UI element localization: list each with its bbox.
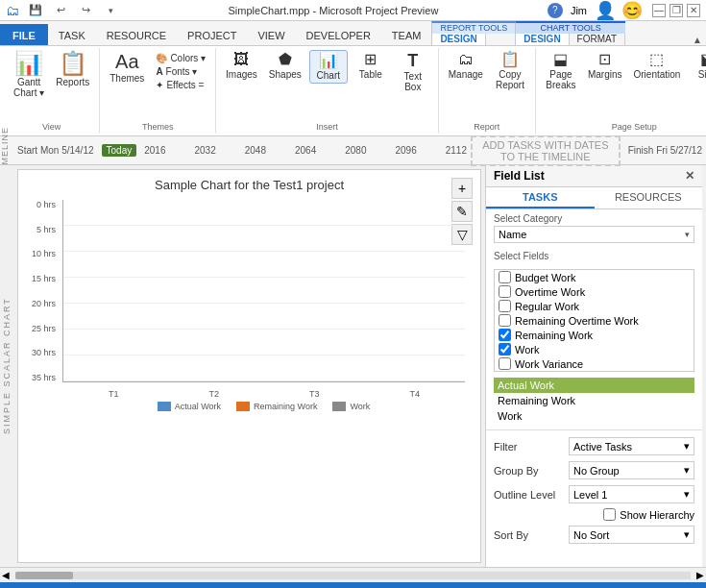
tab-task[interactable]: TASK <box>48 24 96 45</box>
field-work-variance[interactable]: Work Variance <box>495 356 694 371</box>
legend-remaining-work: Remaining Work <box>236 402 317 411</box>
report-buttons: 🗂 Manage 📋 CopyReport <box>445 50 529 120</box>
filter-value: Active Tasks <box>573 441 632 453</box>
category-dropdown-arrow: ▾ <box>685 230 690 239</box>
size-btn[interactable]: ⬕ Size <box>688 50 706 82</box>
save-quick-btn[interactable]: 💾 <box>27 2 44 19</box>
tab-report-design[interactable]: DESIGN <box>432 34 485 45</box>
tab-chart-design[interactable]: DESIGN <box>516 34 569 45</box>
themes-btn[interactable]: Aa Themes <box>106 50 148 86</box>
orientation-btn[interactable]: ⬚ Orientation <box>630 50 685 82</box>
field-remaining-overtime-work[interactable]: Remaining Overtime Work <box>495 313 694 328</box>
ribbon-group-themes: Aa Themes 🎨 Colors ▾ A Fonts ▾ ✦ Effects… <box>100 48 216 134</box>
table-btn[interactable]: ⊞ Table <box>352 50 390 82</box>
field-label-work: Work <box>515 344 539 355</box>
restore-btn[interactable]: ❐ <box>669 4 683 17</box>
selected-fields-list: Actual Work Remaining Work Work <box>494 378 694 424</box>
checkbox-work[interactable] <box>499 343 511 355</box>
panel-close-btn[interactable]: ✕ <box>685 169 694 183</box>
page-breaks-btn[interactable]: ⬓ PageBreaks <box>542 50 580 92</box>
category-dropdown[interactable]: Name ▾ <box>494 226 694 243</box>
add-chart-element-btn[interactable]: + <box>451 178 473 199</box>
normal-tabs-area: FILE TASK RESOURCE PROJECT VIEW DEVELOPE… <box>0 21 431 45</box>
customize-btn[interactable]: ▾ <box>102 2 119 19</box>
tab-team[interactable]: TEAM <box>381 24 432 45</box>
text-box-btn[interactable]: T TextBox <box>394 50 432 94</box>
reports-btn[interactable]: 📋 Reports <box>52 50 93 89</box>
chart-area[interactable]: Sample Chart for the Test1 project + ✎ ▽… <box>17 169 481 563</box>
outline-level-label: Outline Level <box>494 489 563 501</box>
chart-title: Sample Chart for the Test1 project <box>26 178 473 192</box>
colors-btn[interactable]: 🎨 Colors ▾ <box>152 52 209 64</box>
selected-field-actual-work[interactable]: Actual Work <box>494 378 694 393</box>
expand-ribbon-btn[interactable]: ▲ <box>693 35 702 45</box>
images-icon: 🖼 <box>233 52 249 67</box>
margins-btn[interactable]: ⊡ Margins <box>584 50 626 82</box>
tab-chart-format[interactable]: FORMAT <box>570 34 625 45</box>
copy-report-btn[interactable]: 📋 CopyReport <box>491 50 529 92</box>
scroll-thumb[interactable] <box>15 572 73 579</box>
gantt-chart-btn[interactable]: 📊 GanttChart ▾ <box>10 50 48 100</box>
report-group-label: Report <box>474 120 499 132</box>
checkbox-regular-work[interactable] <box>499 300 511 312</box>
legend-actual-label: Actual Work <box>175 402 221 411</box>
effects-btn[interactable]: ✦ Effects = <box>152 79 209 91</box>
checkbox-remaining-work[interactable] <box>499 329 511 341</box>
field-overtime-work[interactable]: Overtime Work <box>495 284 694 299</box>
field-regular-work[interactable]: Regular Work <box>495 299 694 313</box>
checkbox-overtime-work[interactable] <box>499 285 511 298</box>
undo-btn[interactable]: ↩ <box>52 2 69 19</box>
sort-by-value: No Sort <box>573 529 609 541</box>
selected-field-remaining-work[interactable]: Remaining Work <box>494 393 694 408</box>
field-remaining-work[interactable]: Remaining Work <box>495 328 694 342</box>
tab-file[interactable]: FILE <box>0 24 48 45</box>
fonts-btn[interactable]: A Fonts ▾ <box>152 65 209 78</box>
scroll-track[interactable] <box>15 572 691 579</box>
checkbox-budget-work[interactable] <box>499 271 511 283</box>
horizontal-scroll-area[interactable]: ◀ ▶ <box>0 567 706 582</box>
legend-actual-work: Actual Work <box>158 402 221 411</box>
fonts-icon: A <box>156 66 162 77</box>
tab-tasks[interactable]: TASKS <box>486 187 595 208</box>
report-tools-tabs: DESIGN <box>432 34 515 45</box>
outline-level-dropdown[interactable]: Level 1 ▾ <box>569 485 694 503</box>
scroll-right-btn[interactable]: ▶ <box>694 570 706 580</box>
reports-icon: 📋 <box>59 52 87 75</box>
status-bar: READY 📋 NEW TASKS : AUTO SCHEDULED ⊡ ⊞ ≡… <box>0 582 706 588</box>
select-fields-section: Select Fields <box>486 247 702 265</box>
field-budget-work[interactable]: Budget Work <box>495 270 694 284</box>
tab-resource[interactable]: RESOURCE <box>96 24 177 45</box>
field-list-panel: Field List ✕ TASKS RESOURCES Select Cate… <box>485 165 702 567</box>
minimize-btn[interactable]: — <box>652 4 666 17</box>
field-work[interactable]: Work <box>495 342 694 356</box>
checkbox-remaining-overtime-work[interactable] <box>499 314 511 327</box>
tab-view[interactable]: VIEW <box>247 24 295 45</box>
tab-project[interactable]: PROJECT <box>177 24 247 45</box>
filter-row: Filter Active Tasks ▾ <box>486 434 702 458</box>
shapes-btn[interactable]: ⬟ Shapes <box>265 50 305 82</box>
tab-resources[interactable]: RESOURCES <box>595 187 703 208</box>
field-label-budget-work: Budget Work <box>515 272 575 283</box>
report-tools-section: REPORT TOOLS DESIGN <box>431 21 515 45</box>
close-btn[interactable]: ✕ <box>687 4 700 17</box>
manage-btn[interactable]: 🗂 Manage <box>445 50 487 82</box>
panel-header: Field List ✕ <box>486 165 702 187</box>
sort-by-label: Sort By <box>494 529 563 541</box>
filter-dropdown[interactable]: Active Tasks ▾ <box>569 437 694 455</box>
view-buttons: 📊 GanttChart ▾ 📋 Reports <box>10 50 93 120</box>
category-value: Name <box>499 229 526 240</box>
scroll-left-btn[interactable]: ◀ <box>0 570 12 580</box>
help-btn[interactable]: ? <box>548 3 563 18</box>
themes-icon: Aa <box>115 52 138 71</box>
tab-developer[interactable]: DEVELOPER <box>296 24 381 45</box>
sort-by-dropdown[interactable]: No Sort ▾ <box>569 526 694 544</box>
checkbox-work-variance[interactable] <box>499 357 511 370</box>
redo-btn[interactable]: ↪ <box>77 2 94 19</box>
finish-date: Fri 5/27/12 <box>656 145 702 156</box>
timeline-dates: 2016 2032 2048 2064 2080 2096 2112 <box>144 145 467 156</box>
selected-field-work[interactable]: Work <box>494 408 694 424</box>
show-hierarchy-checkbox[interactable] <box>603 508 616 521</box>
group-by-dropdown[interactable]: No Group ▾ <box>569 461 694 479</box>
chart-btn[interactable]: 📊 Chart <box>309 50 348 84</box>
images-btn[interactable]: 🖼 Images <box>222 50 261 82</box>
